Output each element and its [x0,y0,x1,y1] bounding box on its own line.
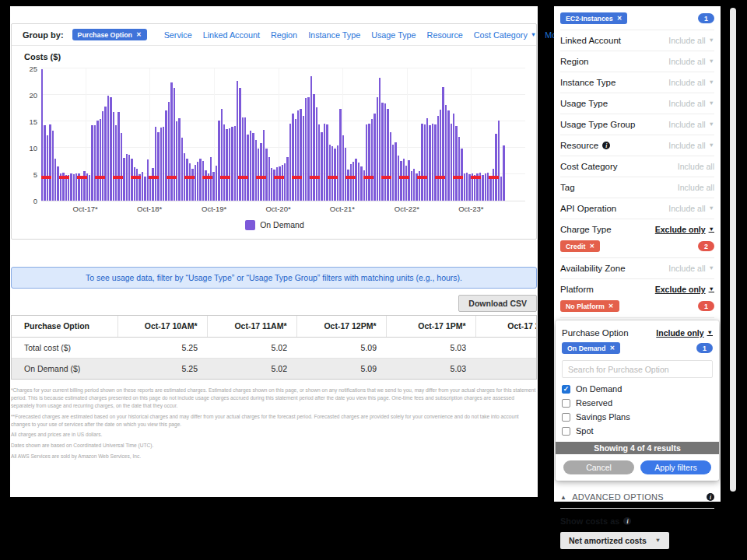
option-reserved[interactable]: Reserved [562,396,713,410]
filter-control-usage-type-group[interactable]: Include all▼ [668,120,714,129]
filter-control-platform[interactable]: Exclude only▼ [655,285,714,294]
filter-control-charge-type[interactable]: Exclude only▼ [655,225,714,234]
filter-pill-credit[interactable]: Credit✕ [560,240,600,252]
group-by-link-usage-type[interactable]: Usage Type [371,30,416,40]
filter-control-availability-zone[interactable]: Include all▼ [668,264,714,273]
chevron-down-icon: ▼ [709,286,714,292]
filter-row-linked-account: Linked AccountInclude all▼ [560,30,714,51]
option-savings-plans[interactable]: Savings Plans [562,410,713,424]
group-by-link-cost-category[interactable]: Cost Category▼ [474,30,536,40]
legend-swatch-on-demand [245,220,255,230]
remove-on-demand-icon[interactable]: ✕ [609,345,615,352]
checkbox-icon[interactable] [562,427,570,436]
bar [489,176,491,201]
group-by-link-linked-account[interactable]: Linked Account [203,30,260,40]
bar [181,138,183,201]
group-by-link-label: Service [164,30,192,40]
filter-control-api-operation[interactable]: Include all▼ [668,204,714,213]
filter-control-tag[interactable]: Include all [678,183,714,192]
bar [445,105,447,201]
filter-label: API Operation [560,204,616,213]
y-tick-label: 20 [29,91,37,100]
scrollbar[interactable] [730,8,736,492]
bar [310,76,312,201]
download-csv-button[interactable]: Download CSV [458,295,537,312]
option-on-demand[interactable]: ✓On Demand [562,382,713,396]
bar [102,111,103,201]
filter-pill-no-platform[interactable]: No Platform✕ [560,300,619,312]
option-spot[interactable]: Spot [562,424,713,438]
bar [368,124,370,201]
include-only-dropdown[interactable]: Include only ▼ [656,328,713,338]
bar [117,112,119,201]
filter-control-linked-account[interactable]: Include all▼ [668,36,714,45]
bar [229,128,230,201]
bar [337,145,338,201]
filter-control-usage-type[interactable]: Include all▼ [668,99,714,108]
remove-group-by-icon[interactable]: ✕ [136,32,142,38]
group-by-label: Group by: [23,30,64,40]
advanced-options-toggle[interactable]: ▲ ADVANCED OPTIONS [560,492,664,502]
cancel-button[interactable]: Cancel [563,460,634,474]
group-by-selected-pill[interactable]: Purchase Option ✕ [72,29,147,40]
group-by-link-service[interactable]: Service [164,30,192,40]
bar [237,81,238,201]
filter-label: Usage Type [560,99,608,108]
x-tick-label: Oct-23* [458,205,483,213]
bar [352,162,354,201]
remove-filter-icon[interactable]: ✕ [589,243,594,250]
bar [115,125,117,201]
show-costs-as-dropdown[interactable]: Net amortized costs ▼ [560,532,669,549]
filter-row-tag: TagInclude all [560,177,714,198]
filter-control-resource[interactable]: Include all▼ [668,141,714,150]
main-panel: Group by: Purchase Option ✕ ServiceLinke… [10,6,538,497]
purchase-option-search-input[interactable] [562,360,713,378]
bar [276,167,278,201]
info-icon[interactable]: i [602,142,610,149]
info-icon[interactable]: i [707,493,714,501]
bar [331,146,333,201]
remove-service-filter-icon[interactable]: ✕ [617,16,622,22]
checkbox-icon[interactable] [562,413,570,422]
x-axis-ticks: Oct-17*Oct-18*Oct-19*Oct-20*Oct-21*Oct-2… [41,201,506,214]
filter-label-text: API Operation [560,204,616,213]
bar [123,158,124,201]
on-demand-filter-pill[interactable]: On Demand ✕ [562,342,620,354]
bar [498,121,500,201]
filter-control-instance-type[interactable]: Include all▼ [668,78,714,87]
chevron-down-icon: ▼ [709,121,714,128]
advanced-options-row: ▲ ADVANCED OPTIONS i [560,488,714,509]
filter-control-region[interactable]: Include all▼ [668,57,714,66]
checkbox-icon[interactable] [562,399,570,408]
filter-control-cost-category[interactable]: Include all [678,162,714,171]
apply-filters-button[interactable]: Apply filters [640,460,711,474]
bar [493,169,494,201]
results-count-bar: Showing 4 of 4 results [556,442,719,454]
table-header-row: Purchase OptionOct-17 10AM*Oct-17 11AM*O… [12,316,537,337]
group-by-link-resource[interactable]: Resource [427,30,463,40]
chevron-down-icon: ▼ [709,265,714,271]
service-filter-pill[interactable]: EC2-Instances ✕ [560,12,627,24]
bar [500,177,502,201]
filter-label: Availability Zone [560,264,626,273]
group-by-link-instance-type[interactable]: Instance Type [308,30,360,40]
bar [199,159,201,201]
bar [503,145,504,201]
group-by-link-region[interactable]: Region [271,30,297,40]
group-by-link-label: Cost Category [474,30,528,40]
bar [345,148,346,201]
checkbox-checked-icon[interactable]: ✓ [562,385,570,394]
cell-value: 5.25 [117,358,207,379]
filter-row-usage-type-group: Usage Type GroupInclude all▼ [560,114,714,135]
column-header: Oct-17 2PM* [475,316,537,337]
remove-filter-icon[interactable]: ✕ [608,303,614,310]
bar [91,125,93,201]
filter-control-label: Include all [668,141,705,150]
filter-usage-type: Usage TypeInclude all▼ [560,93,714,114]
x-tick-label: Oct-20* [265,205,290,213]
bar [413,169,415,201]
info-icon[interactable]: i [623,517,631,525]
filter-label: Instance Type [560,78,615,87]
chevron-down-icon: ▼ [655,537,661,544]
filter-count-badge: 1 [698,301,714,311]
